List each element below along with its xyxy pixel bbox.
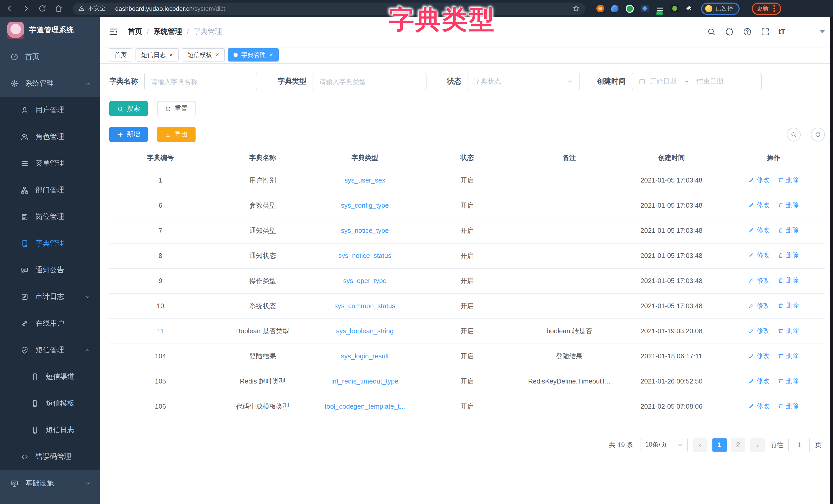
delete-link[interactable]: 删除 (778, 301, 799, 310)
back-icon[interactable] (5, 4, 14, 13)
sidebar-item-menu-management[interactable]: 菜单管理 (0, 150, 100, 177)
dict-type-link[interactable]: sys_boolean_string (336, 327, 394, 335)
edit-link[interactable]: 修改 (748, 402, 770, 411)
reset-button[interactable]: 重置 (157, 101, 195, 117)
font-size-icon[interactable]: tT (779, 27, 785, 36)
extension-icon-5[interactable]: on (656, 5, 664, 12)
extension-icon-1[interactable] (596, 5, 604, 12)
close-icon[interactable]: × (216, 51, 219, 58)
dict-type-link[interactable]: sys_notice_status (338, 252, 391, 259)
warning-icon[interactable] (78, 5, 85, 12)
sidebar-item-system-management[interactable]: 系统管理 (0, 70, 100, 97)
forward-icon[interactable] (22, 4, 30, 13)
dict-type-link[interactable]: sys_common_status (334, 302, 395, 310)
sidebar-item-error-code-management[interactable]: 错误码管理 (0, 444, 100, 470)
edit-link[interactable]: 修改 (748, 251, 770, 260)
chevron-down-icon[interactable] (820, 30, 825, 36)
delete-link[interactable]: 删除 (778, 352, 799, 360)
delete-link[interactable]: 删除 (778, 251, 799, 260)
sidebar-item-sms-template[interactable]: 短信模板 (0, 390, 100, 417)
sidebar-item-dict-management[interactable]: 字典管理 (0, 230, 100, 257)
sidebar-item-sms-log[interactable]: 短信日志 (0, 417, 100, 444)
edit-link[interactable]: 修改 (748, 327, 770, 335)
page-button-1[interactable]: 1 (712, 437, 727, 452)
edit-link[interactable]: 修改 (748, 301, 770, 310)
dict-name-input[interactable] (144, 73, 257, 90)
sidebar-item-sms-channel[interactable]: 短信渠道 (0, 363, 100, 390)
address-bar[interactable]: 不安全 dashboard.yudao.iocoder.cn/system/di… (73, 2, 585, 15)
help-icon[interactable] (743, 27, 752, 36)
breadcrumb-item[interactable]: 系统管理 (153, 27, 182, 36)
tab-sms-template[interactable]: 短信模板× (182, 48, 225, 61)
delete-link[interactable]: 删除 (778, 327, 799, 335)
delete-link[interactable]: 删除 (778, 226, 799, 235)
delete-link[interactable]: 删除 (778, 402, 799, 411)
delete-link[interactable]: 删除 (778, 276, 799, 285)
sidebar-item-audit-log[interactable]: 审计日志 (0, 283, 100, 310)
goto-page-input[interactable] (788, 437, 810, 452)
edit-link[interactable]: 修改 (748, 276, 770, 285)
dict-type-link[interactable]: sys_config_type (341, 201, 388, 209)
search-icon[interactable] (707, 27, 716, 36)
delete-link[interactable]: 删除 (778, 377, 799, 385)
extension-icon-4[interactable] (641, 5, 649, 12)
extension-icon-3[interactable] (626, 4, 634, 12)
close-icon[interactable]: × (169, 51, 173, 58)
add-button[interactable]: 新增 (109, 127, 148, 142)
reload-icon[interactable] (38, 4, 47, 13)
extensions-puzzle-icon[interactable] (686, 4, 694, 12)
home-icon[interactable] (54, 4, 63, 13)
export-button[interactable]: 导出 (157, 127, 195, 142)
fullscreen-icon[interactable] (761, 27, 770, 36)
sidebar-item-infrastructure[interactable]: 基础设施 (0, 470, 100, 497)
edit-link[interactable]: 修改 (748, 176, 770, 184)
dict-type-link[interactable]: inf_redis_timeout_type (331, 377, 399, 385)
delete-link[interactable]: 删除 (778, 176, 799, 184)
tab-dict-management[interactable]: 字典管理× (228, 48, 279, 61)
dict-type-link[interactable]: sys_user_sex (344, 176, 385, 184)
breadcrumb-item[interactable]: 首页 (128, 27, 142, 36)
menu-kebab-icon[interactable] (773, 8, 775, 9)
page-unit-label: 页 (815, 440, 822, 449)
sidebar-item-post-management[interactable]: 岗位管理 (0, 204, 100, 230)
cell-dict-type: sys_boolean_string (314, 319, 416, 344)
dict-type-link[interactable]: sys_oper_type (343, 277, 386, 284)
profile-paused-badge[interactable]: 已暂停 (701, 2, 739, 15)
close-icon[interactable]: × (269, 51, 273, 58)
dict-type-link[interactable]: sys_notice_type (341, 227, 388, 234)
bookmark-star-icon[interactable] (572, 5, 580, 12)
user-avatar[interactable] (794, 23, 811, 40)
extension-icon-6[interactable] (671, 5, 679, 12)
status-select[interactable]: 字典状态 (468, 73, 580, 90)
toggle-search-button[interactable] (787, 127, 801, 141)
dict-type-input[interactable] (313, 73, 427, 90)
dict-type-link[interactable]: tool_codegen_template_t... (325, 402, 405, 410)
delete-link[interactable]: 删除 (778, 201, 799, 210)
update-button[interactable]: 更新 (752, 2, 781, 15)
sidebar-item-user-management[interactable]: 用户管理 (0, 97, 100, 124)
date-range-picker[interactable]: 开始日期 ~ 结束日期 (632, 73, 762, 90)
sidebar-item-notice-announcement[interactable]: 通知公告 (0, 257, 100, 283)
sidebar-item-dept-management[interactable]: 部门管理 (0, 177, 100, 204)
page-button-2[interactable]: 2 (731, 437, 745, 452)
sidebar-item-home[interactable]: 首页 (0, 44, 100, 70)
page-size-select[interactable]: 10条/页 (641, 437, 688, 452)
extension-icon-2[interactable] (611, 5, 618, 12)
edit-link[interactable]: 修改 (748, 201, 770, 210)
search-button[interactable]: 搜索 (109, 101, 148, 117)
tab-home[interactable]: 首页 (109, 48, 133, 61)
tab-sms-log[interactable]: 短信日志× (136, 48, 178, 61)
refresh-table-button[interactable] (811, 127, 825, 141)
github-icon[interactable] (725, 27, 734, 36)
edit-link[interactable]: 修改 (748, 352, 770, 360)
app-logo[interactable]: 芋道管理系统 (0, 17, 100, 44)
next-page-button[interactable]: › (751, 437, 765, 452)
sidebar-item-sms-management[interactable]: 短信管理 (0, 337, 100, 363)
edit-link[interactable]: 修改 (748, 377, 770, 385)
sidebar-collapse-icon[interactable] (108, 27, 119, 37)
sidebar-item-role-management[interactable]: 角色管理 (0, 124, 100, 150)
sidebar-item-online-users[interactable]: 在线用户 (0, 310, 100, 337)
dict-type-link[interactable]: sys_login_result (341, 352, 388, 360)
prev-page-button[interactable]: ‹ (693, 437, 707, 452)
edit-link[interactable]: 修改 (748, 226, 770, 235)
